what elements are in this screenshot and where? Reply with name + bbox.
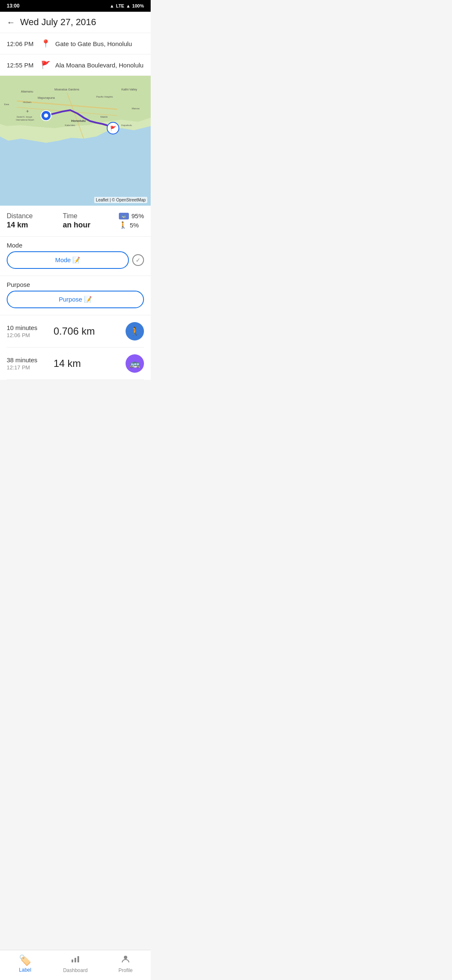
segment-bus-time-info: 38 minutes 12:17 PM <box>7 356 49 371</box>
svg-text:International Airport: International Airport <box>16 119 34 121</box>
mode-checkmark[interactable]: ✓ <box>132 254 144 266</box>
purpose-section-label: Purpose <box>7 281 144 288</box>
segment-walk-start-time: 12:06 PM <box>7 332 49 338</box>
end-location-icon: 🚩 <box>41 60 50 70</box>
segment-bus: 38 minutes 12:17 PM 14 km 🚌 <box>7 348 144 380</box>
svg-text:Hickam: Hickam <box>23 101 31 103</box>
map-svg: 🚩 Aliamanu Moanalua Gardens Kalihi Valle… <box>0 76 151 206</box>
purpose-section: Purpose Purpose 📝 <box>0 276 151 315</box>
segment-bus-distance: 14 km <box>54 358 121 369</box>
segment-walk: 10 minutes 12:06 PM 0.706 km 🚶 <box>7 315 144 348</box>
distance-label: Distance <box>7 212 56 220</box>
svg-text:Kalihi Valley: Kalihi Valley <box>121 88 137 91</box>
walk-stat-row: 🚶 5% <box>119 221 139 229</box>
status-indicators: ▲ LTE ▲ 100% <box>110 3 144 8</box>
start-location-icon: 📍 <box>41 39 50 48</box>
svg-text:Kapahulu: Kapahulu <box>121 124 132 126</box>
start-time: 12:06 PM <box>7 40 36 47</box>
svg-text:Moanalua Gardens: Moanalua Gardens <box>54 88 80 91</box>
walk-percent: 5% <box>130 222 139 229</box>
status-time: 13:00 <box>7 3 20 9</box>
segment-walk-distance: 0.706 km <box>54 325 121 337</box>
header: ← Wed July 27, 2016 <box>0 12 151 33</box>
svg-text:Kaka'ako: Kaka'ako <box>65 124 75 126</box>
svg-text:Manoa: Manoa <box>132 107 140 110</box>
svg-text:🚩: 🚩 <box>110 125 116 132</box>
bus-percent: 95% <box>131 212 144 219</box>
segment-bus-duration: 38 minutes <box>7 356 49 364</box>
time-label: Time <box>63 212 112 220</box>
svg-text:Ewa: Ewa <box>4 103 9 106</box>
mode-btn-row: Mode 📝 ✓ <box>7 251 144 269</box>
segment-bus-start-time: 12:17 PM <box>7 364 49 371</box>
page-title: Wed July 27, 2016 <box>20 17 96 28</box>
back-button[interactable]: ← <box>7 18 15 27</box>
bus-segment-icon: 🚌 <box>126 354 144 373</box>
time-stat: Time an hour <box>63 212 112 230</box>
segment-walk-duration: 10 minutes <box>7 324 49 331</box>
network-label: LTE <box>116 3 124 8</box>
walk-icon: 🚶 <box>119 221 127 229</box>
segment-walk-time-info: 10 minutes 12:06 PM <box>7 324 49 338</box>
svg-text:Honolulu: Honolulu <box>71 119 86 123</box>
svg-text:Daniel K. Inouye: Daniel K. Inouye <box>17 116 32 118</box>
trip-end: 12:55 PM 🚩 Ala Moana Boulevard, Honolulu <box>0 54 151 76</box>
mode-section: Mode Mode 📝 ✓ <box>0 237 151 276</box>
wifi-icon: ▲ <box>110 3 114 8</box>
trip-start: 12:06 PM 📍 Gate to Gate Bus, Honolulu <box>0 33 151 54</box>
bus-icon: 🚌 <box>119 213 129 219</box>
distance-value: 14 km <box>7 221 56 230</box>
mode-section-label: Mode <box>7 242 144 249</box>
transport-stats: 🚌 95% 🚶 5% <box>119 212 144 229</box>
status-bar: 13:00 ▲ LTE ▲ 100% <box>0 0 151 12</box>
svg-text:✈: ✈ <box>26 109 29 113</box>
start-location: Gate to Gate Bus, Honolulu <box>55 40 132 47</box>
time-value: an hour <box>63 221 112 230</box>
mode-button[interactable]: Mode 📝 <box>7 251 129 269</box>
map-view[interactable]: 🚩 Aliamanu Moanalua Gardens Kalihi Valle… <box>0 76 151 206</box>
svg-text:Mapunapuna: Mapunapuna <box>38 96 55 100</box>
end-time: 12:55 PM <box>7 62 36 69</box>
bus-stat-row: 🚌 95% <box>119 212 144 219</box>
segments-section: 10 minutes 12:06 PM 0.706 km 🚶 38 minute… <box>0 315 151 380</box>
distance-stat: Distance 14 km <box>7 212 56 230</box>
svg-text:Pacific Heights: Pacific Heights <box>96 95 113 98</box>
map-attribution: Leaflet | © OpenStreetMap <box>94 197 147 203</box>
purpose-btn-row: Purpose 📝 <box>7 291 144 308</box>
stats-section: Distance 14 km Time an hour 🚌 95% 🚶 5% <box>0 206 151 237</box>
battery-label: 100% <box>132 3 144 8</box>
svg-text:Aliamanu: Aliamanu <box>21 90 33 93</box>
signal-icon: ▲ <box>126 3 131 8</box>
end-location: Ala Moana Boulevard, Honolulu <box>55 62 144 69</box>
walk-segment-icon: 🚶 <box>126 322 144 340</box>
svg-point-7 <box>44 113 48 118</box>
purpose-button[interactable]: Purpose 📝 <box>7 291 144 308</box>
svg-text:Makiki: Makiki <box>100 116 108 118</box>
